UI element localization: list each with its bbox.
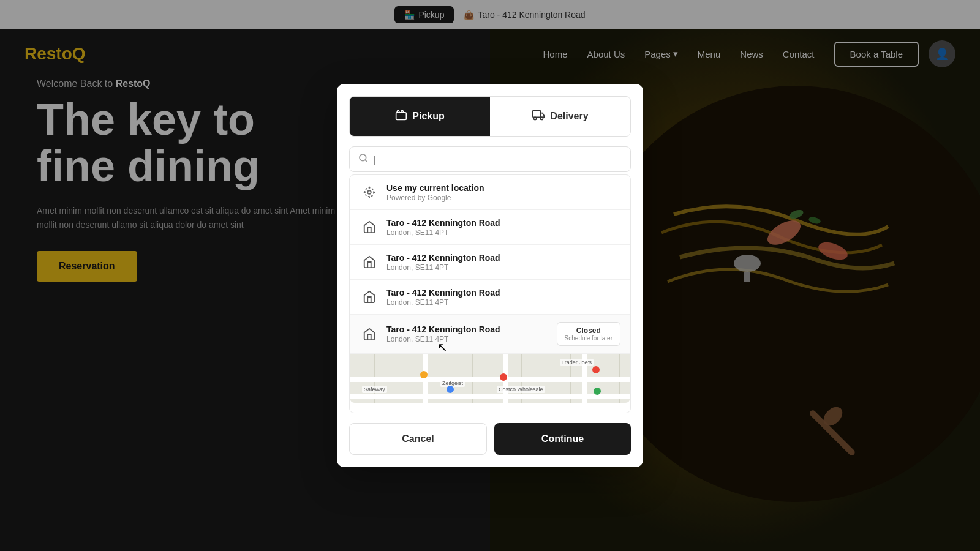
map-label-costco: Costco Wholesale — [497, 386, 545, 393]
modal-tabs: Pickup Delivery — [349, 96, 631, 137]
location-item-3[interactable]: Taro - 412 Kennington Road London, SE11 … — [350, 280, 630, 315]
location-name-1: Taro - 412 Kennington Road — [386, 218, 620, 228]
location-sub-4: London, SE11 4PT — [386, 335, 549, 343]
location-text-4: Taro - 412 Kennington Road London, SE11 … — [386, 324, 549, 343]
location-item-1[interactable]: Taro - 412 Kennington Road London, SE11 … — [350, 210, 630, 245]
location-item-4[interactable]: Taro - 412 Kennington Road London, SE11 … — [350, 315, 630, 354]
map-label-safeway: Safeway — [362, 386, 387, 393]
search-input[interactable] — [373, 154, 622, 165]
pickup-tab[interactable]: Pickup — [350, 97, 490, 136]
map-road-v1 — [423, 354, 428, 403]
map-pin-blue — [447, 386, 454, 393]
map-road-h2 — [350, 394, 630, 399]
continue-label: Continue — [541, 433, 584, 444]
location-sub-3: London, SE11 4PT — [386, 298, 620, 307]
current-location-sub: Powered by Google — [386, 193, 620, 202]
location-list: Use my current location Powered by Googl… — [349, 174, 631, 413]
svg-point-11 — [534, 117, 537, 119]
location-text-3: Taro - 412 Kennington Road London, SE11 … — [386, 288, 620, 307]
svg-rect-9 — [396, 113, 407, 120]
store-pin-icon-2 — [360, 252, 379, 272]
store-pin-icon-3 — [360, 287, 379, 307]
map-label-trader: Trader Joe's — [560, 359, 594, 366]
cancel-label: Cancel — [402, 433, 434, 444]
current-location-item[interactable]: Use my current location Powered by Googl… — [350, 175, 630, 210]
search-box — [349, 146, 631, 172]
map-pin-green — [594, 388, 601, 395]
continue-button[interactable]: Continue — [494, 423, 631, 455]
svg-rect-10 — [533, 111, 541, 118]
store-pin-icon-1 — [360, 217, 379, 237]
location-sub-2: London, SE11 4PT — [386, 263, 620, 272]
current-location-name: Use my current location — [386, 183, 620, 193]
modal-actions: Cancel Continue — [349, 423, 631, 455]
location-name-2: Taro - 412 Kennington Road — [386, 253, 620, 263]
location-text-1: Taro - 412 Kennington Road London, SE11 … — [386, 218, 620, 237]
location-name-3: Taro - 412 Kennington Road — [386, 288, 620, 298]
closed-label: Closed — [565, 326, 612, 335]
map-road-h1 — [350, 377, 630, 382]
location-sub-1: London, SE11 4PT — [386, 228, 620, 237]
location-text-2: Taro - 412 Kennington Road London, SE11 … — [386, 253, 620, 272]
modal-overlay: Pickup Delivery — [0, 0, 980, 551]
schedule-label: Schedule for later — [565, 335, 612, 342]
delivery-tab[interactable]: Delivery — [490, 97, 630, 136]
location-current-icon — [360, 182, 379, 202]
svg-point-14 — [368, 190, 371, 194]
cancel-button[interactable]: Cancel — [349, 423, 487, 455]
truck-icon — [532, 109, 545, 124]
location-name-4: Taro - 412 Kennington Road — [386, 324, 549, 334]
search-icon — [358, 153, 368, 165]
map-preview: Safeway Zeitgeist Trader Joe's Costco Wh… — [350, 354, 630, 403]
map-label-zeitgeist: Zeitgeist — [440, 380, 465, 387]
store-pin-icon-4 — [360, 324, 379, 344]
svg-point-15 — [365, 188, 374, 197]
pickup-modal: Pickup Delivery — [337, 84, 643, 467]
pickup-tab-label: Pickup — [412, 111, 444, 122]
svg-point-13 — [360, 154, 366, 161]
closed-badge: Closed Schedule for later — [557, 322, 620, 346]
map-pin-orange — [420, 371, 428, 378]
map-pin-red1 — [592, 366, 600, 373]
delivery-tab-label: Delivery — [550, 111, 588, 122]
store-icon — [395, 109, 407, 124]
svg-point-12 — [541, 117, 543, 119]
location-item-2[interactable]: Taro - 412 Kennington Road London, SE11 … — [350, 245, 630, 280]
current-location-text: Use my current location Powered by Googl… — [386, 183, 620, 202]
map-pin-red2 — [500, 373, 507, 381]
